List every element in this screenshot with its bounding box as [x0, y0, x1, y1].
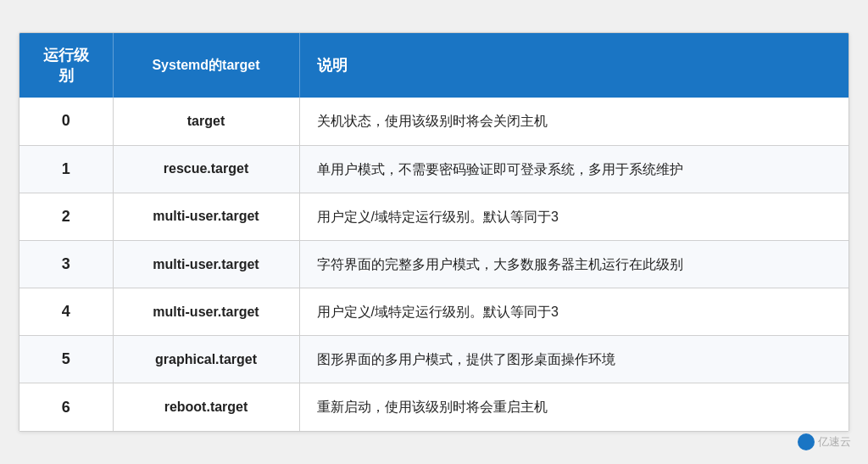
- cell-target: rescue.target: [113, 145, 299, 193]
- cell-target: graphical.target: [113, 336, 299, 383]
- systemd-target-table: 运行级别 Systemd的target 说明 0target关机状态，使用该级别…: [19, 33, 849, 430]
- table-row: 2multi-user.target用户定义/域特定运行级别。默认等同于3: [19, 193, 849, 240]
- cell-target: multi-user.target: [113, 193, 299, 240]
- table-row: 6reboot.target重新启动，使用该级别时将会重启主机: [19, 383, 849, 431]
- table-header-row: 运行级别 Systemd的target 说明: [19, 33, 849, 98]
- table-row: 1rescue.target单用户模式，不需要密码验证即可登录系统，多用于系统维…: [19, 145, 849, 193]
- cell-target: multi-user.target: [113, 288, 299, 336]
- cell-desc: 用户定义/域特定运行级别。默认等同于3: [299, 288, 849, 336]
- table-row: 0target关机状态，使用该级别时将会关闭主机: [19, 98, 849, 145]
- table-row: 4multi-user.target用户定义/域特定运行级别。默认等同于3: [19, 288, 849, 336]
- cell-desc: 重新启动，使用该级别时将会重启主机: [299, 383, 849, 431]
- cell-target: multi-user.target: [113, 240, 299, 288]
- cell-desc: 用户定义/域特定运行级别。默认等同于3: [299, 193, 849, 240]
- cell-desc: 关机状态，使用该级别时将会关闭主机: [299, 98, 849, 145]
- cell-level: 0: [19, 98, 113, 145]
- cell-level: 3: [19, 240, 113, 288]
- cell-desc: 单用户模式，不需要密码验证即可登录系统，多用于系统维护: [299, 145, 849, 193]
- main-table-container: 运行级别 Systemd的target 说明 0target关机状态，使用该级别…: [19, 32, 849, 431]
- watermark: 亿速云: [798, 433, 851, 450]
- cell-desc: 字符界面的完整多用户模式，大多数服务器主机运行在此级别: [299, 240, 849, 288]
- cell-level: 4: [19, 288, 113, 336]
- cell-level: 6: [19, 383, 113, 431]
- table-row: 5graphical.target图形界面的多用户模式，提供了图形桌面操作环境: [19, 336, 849, 383]
- header-target: Systemd的target: [113, 33, 299, 98]
- cell-level: 5: [19, 336, 113, 383]
- cell-target: target: [113, 98, 299, 145]
- cell-desc: 图形界面的多用户模式，提供了图形桌面操作环境: [299, 336, 849, 383]
- cell-level: 2: [19, 193, 113, 240]
- header-desc: 说明: [299, 33, 849, 98]
- header-level: 运行级别: [19, 33, 113, 98]
- table-row: 3multi-user.target字符界面的完整多用户模式，大多数服务器主机运…: [19, 240, 849, 288]
- cell-level: 1: [19, 145, 113, 193]
- watermark-text: 亿速云: [818, 434, 851, 450]
- cell-target: reboot.target: [113, 383, 299, 431]
- watermark-logo-icon: [798, 433, 815, 450]
